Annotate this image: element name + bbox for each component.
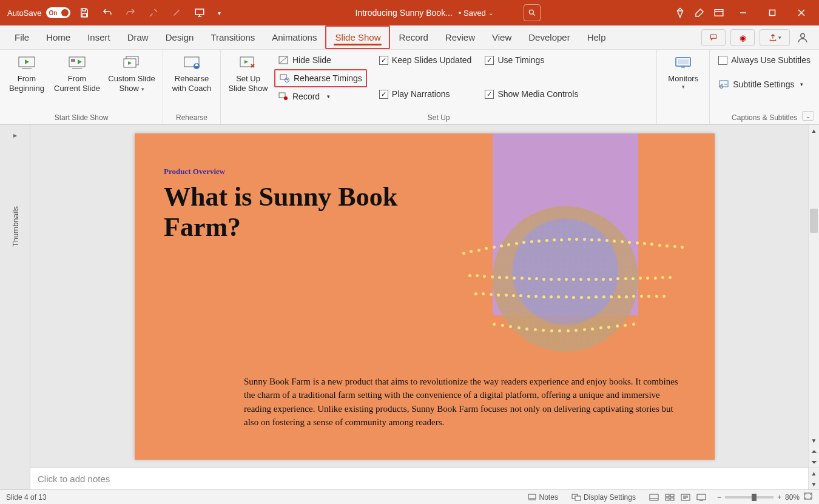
svg-rect-26 xyxy=(650,494,658,500)
share-button[interactable]: ▾ xyxy=(760,29,790,46)
slide[interactable]: Product Overview What is Sunny Book Farm… xyxy=(135,133,715,460)
title-bar: AutoSave On ▾ Introducing Sunny Book... … xyxy=(0,0,819,25)
zoom-percent[interactable]: 80% xyxy=(785,493,800,502)
notes-scrollbar[interactable]: ▲▼ xyxy=(808,468,819,489)
sorter-view-button[interactable] xyxy=(662,492,677,503)
maximize-button[interactable] xyxy=(758,4,786,22)
svg-rect-32 xyxy=(697,494,706,500)
tab-insert[interactable]: Insert xyxy=(79,25,119,49)
from-current-button[interactable]: From Current Slide xyxy=(52,52,102,95)
account-button[interactable] xyxy=(794,29,812,47)
present-icon[interactable] xyxy=(190,4,209,22)
play-narrations-checkbox[interactable]: ✓Play Narrations xyxy=(376,86,476,102)
document-title[interactable]: Introducing Sunny Book... xyxy=(356,8,453,18)
window-mode-icon[interactable] xyxy=(710,4,728,22)
tab-design[interactable]: Design xyxy=(157,25,203,49)
tab-review[interactable]: Review xyxy=(437,25,484,49)
search-button[interactable] xyxy=(524,4,541,21)
custom-show-button[interactable]: Custom Slide Show ▾ xyxy=(106,52,158,95)
close-button[interactable] xyxy=(787,4,815,22)
coach-icon xyxy=(182,55,201,72)
setup-slideshow-button[interactable]: Set Up Slide Show xyxy=(226,52,271,95)
vertical-scrollbar[interactable]: ▲ ▼ ⏶ ⏷ xyxy=(808,125,819,468)
group-label-captions: Captions & Subtitles xyxy=(715,112,814,123)
svg-rect-29 xyxy=(666,498,669,500)
svg-rect-17 xyxy=(279,93,285,98)
display-settings-button[interactable]: Display Settings xyxy=(569,492,638,502)
svg-rect-23 xyxy=(528,494,536,499)
record-dropdown-button[interactable]: Record ▾ xyxy=(274,89,367,104)
monitors-button[interactable]: Monitors ▾ xyxy=(662,52,704,92)
svg-rect-20 xyxy=(678,59,689,64)
status-bar: Slide 4 of 13 Notes Display Settings − +… xyxy=(0,489,819,504)
qat-more-icon[interactable]: ▾ xyxy=(214,4,224,22)
tab-slideshow[interactable]: Slide Show xyxy=(325,25,390,49)
tab-record[interactable]: Record xyxy=(390,25,436,49)
hide-slide-button[interactable]: Hide Slide xyxy=(274,52,367,68)
next-slide-icon[interactable]: ⏷ xyxy=(809,457,819,468)
zoom-slider[interactable] xyxy=(725,496,774,499)
thumbnails-rail[interactable]: ▸ Thumbnails xyxy=(0,125,30,489)
tab-file[interactable]: File xyxy=(6,25,38,49)
tab-developer[interactable]: Developer xyxy=(520,25,578,49)
custom-show-icon xyxy=(122,55,141,72)
diamond-icon[interactable] xyxy=(671,4,689,22)
svg-rect-27 xyxy=(666,494,669,497)
tab-draw[interactable]: Draw xyxy=(119,25,157,49)
fit-window-button[interactable] xyxy=(803,492,813,502)
rehearse-timings-button[interactable]: Rehearse Timings xyxy=(274,69,367,87)
comments-button[interactable] xyxy=(701,29,726,46)
always-subtitles-checkbox[interactable]: Always Use Subtitles xyxy=(715,52,814,68)
autosave-toggle[interactable]: On xyxy=(46,7,70,18)
expand-thumbnails-icon[interactable]: ▸ xyxy=(13,131,17,139)
use-timings-checkbox[interactable]: ✓Use Timings xyxy=(481,52,582,68)
keep-updated-checkbox[interactable]: ✓Keep Slides Updated xyxy=(376,52,476,68)
slide-counter[interactable]: Slide 4 of 13 xyxy=(6,493,47,502)
tab-animations[interactable]: Animations xyxy=(263,25,325,49)
timings-icon xyxy=(279,73,290,84)
save-icon[interactable] xyxy=(75,4,93,22)
autosave-label: AutoSave xyxy=(7,8,41,18)
scroll-up-icon[interactable]: ▲ xyxy=(809,125,819,136)
show-media-checkbox[interactable]: ✓Show Media Controls xyxy=(481,86,582,102)
zoom-in-button[interactable]: + xyxy=(777,493,781,502)
reading-view-button[interactable] xyxy=(678,492,693,503)
tab-transitions[interactable]: Transitions xyxy=(202,25,263,49)
notes-placeholder: Click to add notes xyxy=(38,474,110,484)
svg-rect-25 xyxy=(575,496,581,500)
notes-toggle-button[interactable]: Notes xyxy=(525,492,561,502)
normal-view-button[interactable] xyxy=(647,492,661,503)
slideshow-view-button[interactable] xyxy=(694,492,709,503)
qat-btn-2[interactable] xyxy=(167,4,186,22)
canvas-area: Product Overview What is Sunny Book Farm… xyxy=(30,125,819,489)
tab-help[interactable]: Help xyxy=(579,25,615,49)
minimize-button[interactable] xyxy=(729,4,757,22)
main-area: ▸ Thumbnails Product Overview What is Su… xyxy=(0,125,819,489)
from-beginning-button[interactable]: From Beginning xyxy=(5,52,49,95)
scroll-down-icon[interactable]: ▼ xyxy=(809,435,819,446)
svg-point-4 xyxy=(801,33,805,38)
redo-icon[interactable] xyxy=(121,4,140,22)
subtitle-settings-button[interactable]: Subtitle Settings ▾ xyxy=(715,76,814,92)
zoom-out-button[interactable]: − xyxy=(717,493,721,502)
svg-rect-7 xyxy=(71,59,75,62)
collapse-ribbon-button[interactable]: ⌄ xyxy=(802,111,814,121)
saved-indicator[interactable]: • Saved⌄ xyxy=(459,8,493,18)
view-buttons xyxy=(647,492,709,503)
svg-rect-21 xyxy=(720,81,728,87)
qat-btn-1[interactable] xyxy=(144,4,163,22)
rehearse-coach-button[interactable]: Rehearse with Coach xyxy=(168,52,215,95)
ribbon-tabs: File Home Insert Draw Design Transitions… xyxy=(0,25,819,50)
prev-slide-icon[interactable]: ⏶ xyxy=(809,446,819,457)
tab-home[interactable]: Home xyxy=(38,25,79,49)
svg-point-12 xyxy=(196,64,198,66)
notes-pane[interactable]: Click to add notes ▲▼ xyxy=(30,468,819,489)
undo-icon[interactable] xyxy=(98,4,116,22)
brush-icon[interactable] xyxy=(690,4,709,22)
monitor-icon xyxy=(673,55,693,72)
tab-view[interactable]: View xyxy=(484,25,520,49)
group-label-rehearse: Rehearse xyxy=(168,112,215,123)
record-button[interactable]: ◉ xyxy=(730,29,755,46)
svg-point-1 xyxy=(529,10,533,14)
notes-icon xyxy=(527,492,537,502)
